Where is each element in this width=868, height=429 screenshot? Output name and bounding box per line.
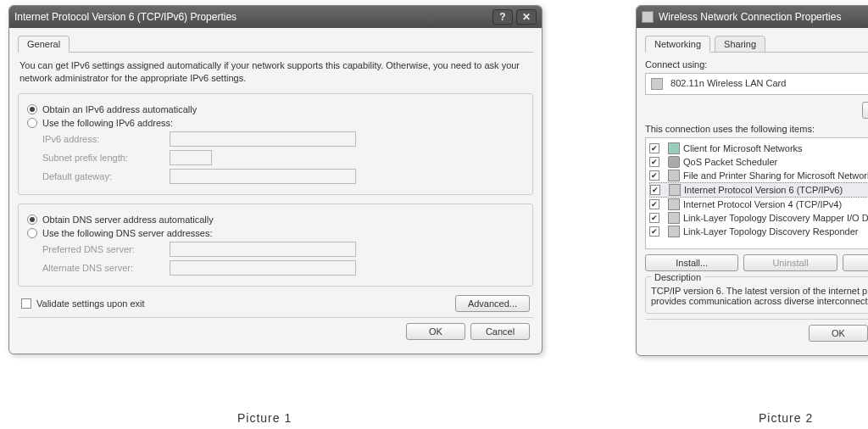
radio-manual-dns[interactable] [27,228,37,238]
item-checkbox[interactable] [649,213,659,223]
alt-dns-label: Alternate DNS server: [42,263,170,273]
list-item[interactable]: Link-Layer Topology Discovery Responder [649,225,868,238]
item-label: Client for Microsoft Networks [683,143,803,153]
ipv6-address-input [170,131,356,147]
gateway-row: Default gateway: [42,169,524,184]
wlan-title: Wireless Network Connection Properties [659,11,868,23]
radio-auto-dns[interactable] [27,214,37,225]
list-item[interactable]: QoS Packet Scheduler [649,155,868,169]
close-button[interactable]: ✕ [516,9,537,25]
item-label: Link-Layer Topology Discovery Mapper I/O… [683,213,868,223]
item-checkbox[interactable] [649,143,659,153]
tab-networking[interactable]: Networking [645,36,710,53]
pref-dns-row: Preferred DNS server: [42,242,524,257]
gear-icon [668,156,680,168]
description-box: Description TCP/IP version 6. The latest… [645,276,868,314]
wlan-properties-dialog: Wireless Network Connection Properties ✕… [636,5,868,356]
item-label: Internet Protocol Version 6 (TCP/IPv6) [684,185,843,195]
validate-checkbox[interactable] [21,298,31,309]
validate-label: Validate settings upon exit [36,298,145,309]
wlan-body: Networking Sharing Connect using: 802.11… [637,28,868,355]
connect-using-label: Connect using: [645,59,868,70]
tab-sharing[interactable]: Sharing [715,36,765,53]
ipv6-title: Internet Protocol Version 6 (TCP/IPv6) P… [14,11,489,23]
ipv6-titlebar: Internet Protocol Version 6 (TCP/IPv6) P… [9,6,542,28]
adapter-name: 802.11n Wireless LAN Card [670,78,786,88]
radio-auto-address-label: Obtain an IPv6 address automatically [42,104,197,114]
ipv6-button-row: OK Cancel [18,317,533,345]
adapter-icon [651,78,663,90]
wlan-button-row: OK Cancel [645,319,868,347]
prefix-label: Subnet prefix length: [42,153,170,163]
item-checkbox[interactable] [649,199,659,209]
item-label: QoS Packet Scheduler [683,157,777,167]
pref-dns-input [170,242,356,257]
prefix-input [170,150,212,165]
dns-group: Obtain DNS server address automatically … [18,203,533,287]
gateway-input [170,169,356,184]
description-legend: Description [651,272,704,282]
uninstall-button: Uninstall [743,254,837,271]
item-checkbox[interactable] [649,157,659,167]
network-icon [642,11,654,23]
list-item[interactable]: File and Printer Sharing for Microsoft N… [649,169,868,182]
uses-items-label: This connection uses the following items… [645,124,868,134]
arrow-icon [668,226,680,237]
item-checkbox[interactable] [649,226,659,237]
stack-icon [668,170,680,181]
ipv6-address-label: IPv6 address: [42,134,170,144]
arrow-icon [668,212,680,224]
ok-button[interactable]: OK [809,325,868,342]
radio-auto-address-row[interactable]: Obtain an IPv6 address automatically [27,104,524,114]
ipv6-body: General You can get IPv6 settings assign… [9,28,542,354]
item-label: Link-Layer Topology Discovery Responder [683,226,858,237]
radio-manual-address-label: Use the following IPv6 address: [42,118,173,128]
alt-dns-input [170,260,356,276]
ipv6-properties-dialog: Internet Protocol Version 6 (TCP/IPv6) P… [8,5,542,354]
item-label: File and Printer Sharing for Microsoft N… [683,170,868,181]
radio-manual-address[interactable] [27,118,37,128]
configure-button[interactable]: Configure... [862,102,868,119]
list-item[interactable]: Client for Microsoft Networks [649,142,868,155]
radio-manual-dns-label: Use the following DNS server addresses: [42,228,213,238]
ipv6-address-row: IPv6 address: [42,131,524,147]
wlan-tabrow: Networking Sharing [645,35,868,53]
radio-manual-dns-row[interactable]: Use the following DNS server addresses: [27,228,524,238]
properties-button[interactable]: Properties [843,254,868,271]
pc-icon [668,142,680,154]
cancel-button[interactable]: Cancel [470,323,530,340]
radio-manual-address-row[interactable]: Use the following IPv6 address: [27,118,524,128]
picture2-caption: Picture 2 [759,411,813,425]
alt-dns-row: Alternate DNS server: [42,260,524,276]
components-list[interactable]: Client for Microsoft NetworksQoS Packet … [645,137,868,249]
description-text: TCP/IP version 6. The latest version of … [651,286,868,306]
item-checkbox[interactable] [650,185,660,195]
advanced-button[interactable]: Advanced... [455,295,530,312]
arrow-icon [669,184,681,196]
item-checkbox[interactable] [649,170,659,181]
install-button[interactable]: Install... [645,254,738,271]
radio-auto-dns-row[interactable]: Obtain DNS server address automatically [27,214,524,225]
radio-auto-dns-label: Obtain DNS server address automatically [42,214,214,225]
pref-dns-label: Preferred DNS server: [42,244,170,254]
tab-general[interactable]: General [18,36,70,53]
help-button[interactable]: ? [492,9,513,25]
item-label: Internet Protocol Version 4 (TCP/IPv4) [683,199,842,209]
picture1-caption: Picture 1 [237,411,292,425]
ipv6-info-text: You can get IPv6 settings assigned autom… [19,59,531,85]
address-group: Obtain an IPv6 address automatically Use… [18,93,533,195]
list-item[interactable]: Internet Protocol Version 6 (TCP/IPv6) [649,182,868,198]
list-item[interactable]: Link-Layer Topology Discovery Mapper I/O… [649,211,868,225]
arrow-icon [668,198,680,210]
adapter-box: 802.11n Wireless LAN Card [645,73,868,95]
radio-auto-address[interactable] [27,104,37,114]
prefix-row: Subnet prefix length: [42,150,524,165]
wlan-titlebar: Wireless Network Connection Properties ✕ [637,6,868,28]
ok-button[interactable]: OK [406,323,465,340]
gateway-label: Default gateway: [42,171,170,181]
ipv6-tabrow: General [18,35,533,53]
list-item[interactable]: Internet Protocol Version 4 (TCP/IPv4) [649,198,868,211]
